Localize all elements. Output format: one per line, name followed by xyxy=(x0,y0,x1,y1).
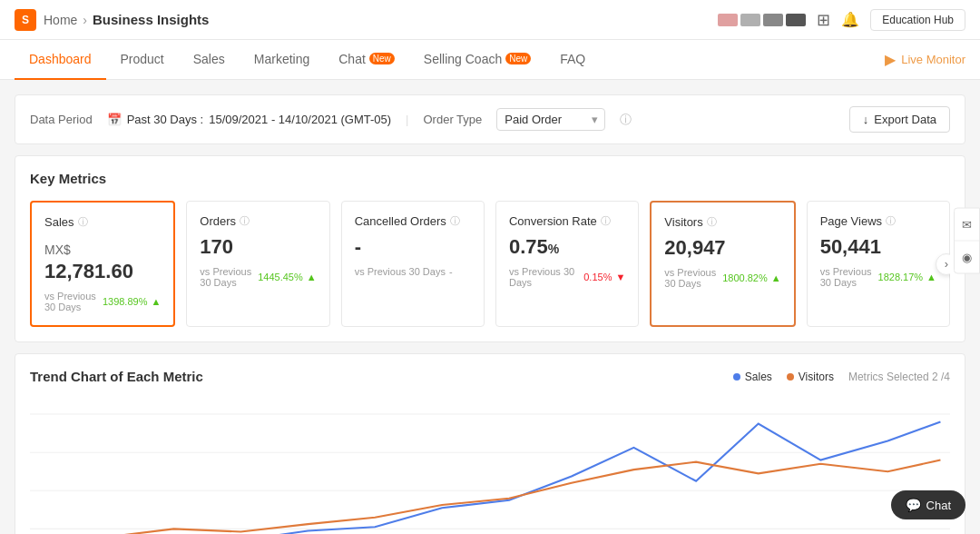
avatar-1 xyxy=(718,14,738,26)
metric-header-orders: Orders ⓘ xyxy=(200,214,316,228)
selling-coach-new-badge: New xyxy=(505,53,531,64)
date-range: 📅 Past 30 Days : 15/09/2021 - 14/10/2021… xyxy=(107,113,391,126)
visitors-up-icon: ▲ xyxy=(771,272,781,283)
visitors-line xyxy=(49,460,940,534)
metrics-row: Sales ⓘ MX$ 12,781.60 vs Previous 30 Day… xyxy=(30,201,950,327)
order-type-select[interactable]: Paid Order All Orders xyxy=(496,108,605,131)
trend-chart-area: 15 17 19 21 23 25 27 29 1 Oct 3 5 7 9 11 xyxy=(30,395,950,534)
chart-legend: Sales Visitors Metrics Selected 2 /4 xyxy=(733,371,950,383)
education-hub-button[interactable]: Education Hub xyxy=(870,9,965,31)
legend-sales: Sales xyxy=(733,371,772,383)
filter-bar: Data Period 📅 Past 30 Days : 15/09/2021 … xyxy=(15,94,965,144)
notification-bell-icon[interactable]: 🔔 xyxy=(841,11,859,28)
visitors-help-icon[interactable]: ⓘ xyxy=(707,215,717,229)
grid-icon[interactable]: ⊞ xyxy=(817,10,830,30)
cancelled-help-icon[interactable]: ⓘ xyxy=(450,214,460,228)
shopee-logo: S xyxy=(15,9,36,31)
metrics-selected-label: Metrics Selected 2 /4 xyxy=(848,371,950,383)
pageviews-up-icon: ▲ xyxy=(926,272,936,282)
key-metrics-title: Key Metrics xyxy=(30,171,950,186)
visitors-value: 20,947 xyxy=(664,236,780,260)
chat-bubble-button[interactable]: 💬 Chat xyxy=(891,490,965,519)
cancelled-value: - xyxy=(355,235,471,259)
metric-card-pageviews: Page Views ⓘ 50,441 vs Previous 30 Days … xyxy=(807,201,950,327)
tab-product[interactable]: Product xyxy=(106,40,179,80)
tab-faq[interactable]: FAQ xyxy=(545,40,600,80)
calendar-icon: 📅 xyxy=(107,113,122,126)
tab-marketing[interactable]: Marketing xyxy=(240,40,324,80)
trend-chart-section: Trend Chart of Each Metric Sales Visitor… xyxy=(15,353,965,534)
pageviews-vs: vs Previous 30 Days 1828.17% ▲ xyxy=(820,266,936,288)
chat-bubble-icon: 💬 xyxy=(906,498,921,512)
cancelled-vs: vs Previous 30 Days - xyxy=(355,266,471,277)
chat-new-badge: New xyxy=(369,53,395,64)
avatar-2 xyxy=(740,14,760,26)
metric-header-conversion: Conversion Rate ⓘ xyxy=(509,214,625,228)
header-left: S Home › Business Insights xyxy=(15,9,209,31)
live-monitor-button[interactable]: ▶ Live Monitor xyxy=(885,51,965,68)
live-monitor-icon: ▶ xyxy=(885,51,896,68)
header: S Home › Business Insights ⊞ 🔔 Education… xyxy=(0,0,980,40)
tab-sales[interactable]: Sales xyxy=(179,40,240,80)
sales-help-icon[interactable]: ⓘ xyxy=(78,215,88,229)
metric-header-cancelled: Cancelled Orders ⓘ xyxy=(355,214,471,228)
breadcrumb: Home › Business Insights xyxy=(44,12,209,27)
main-content: Data Period 📅 Past 30 Days : 15/09/2021 … xyxy=(0,80,980,534)
conversion-vs: vs Previous 30 Days 0.15% ▼ xyxy=(509,266,625,288)
metric-card-sales: Sales ⓘ MX$ 12,781.60 vs Previous 30 Day… xyxy=(30,201,175,327)
metric-header-visitors: Visitors ⓘ xyxy=(664,215,780,229)
date-range-prefix: Past 30 Days : xyxy=(127,113,204,126)
metric-header-sales: Sales ⓘ xyxy=(44,215,161,229)
tab-dashboard[interactable]: Dashboard xyxy=(15,40,106,80)
order-type-help-icon[interactable]: ⓘ xyxy=(620,112,632,128)
avatar-3 xyxy=(763,14,783,26)
pageviews-value: 50,441 xyxy=(820,235,936,259)
sales-line xyxy=(49,421,940,534)
orders-value: 170 xyxy=(200,235,316,259)
breadcrumb-home[interactable]: Home xyxy=(44,13,77,27)
pageviews-help-icon[interactable]: ⓘ xyxy=(886,214,896,228)
user-circle-icon: ◉ xyxy=(962,250,972,263)
filter-separator: | xyxy=(406,113,408,126)
data-period-label: Data Period xyxy=(30,113,93,126)
date-range-value[interactable]: 15/09/2021 - 14/10/2021 (GMT-05) xyxy=(209,113,391,126)
sidebar-actions: ✉ ◉ xyxy=(954,207,980,273)
order-type-label: Order Type xyxy=(424,113,483,126)
metric-card-visitors: Visitors ⓘ 20,947 vs Previous 30 Days 18… xyxy=(650,201,795,327)
breadcrumb-separator: › xyxy=(83,13,87,27)
conversion-help-icon[interactable]: ⓘ xyxy=(601,214,611,228)
conversion-value: 0.75% xyxy=(509,235,625,259)
page-title: Business Insights xyxy=(93,12,209,27)
sidebar-user-button[interactable]: ◉ xyxy=(955,241,979,272)
order-type-select-wrap: Paid Order All Orders ▾ xyxy=(496,108,605,131)
tab-selling-coach[interactable]: Selling Coach New xyxy=(409,40,545,80)
metric-card-conversion: Conversion Rate ⓘ 0.75% vs Previous 30 D… xyxy=(495,201,639,327)
export-icon: ↓ xyxy=(863,113,869,126)
trend-chart-svg: 15 17 19 21 23 25 27 29 1 Oct 3 5 7 9 11 xyxy=(30,395,950,534)
metric-card-orders: Orders ⓘ 170 vs Previous 30 Days 1445.45… xyxy=(186,201,329,327)
nav-tabs: Dashboard Product Sales Marketing Chat N… xyxy=(0,40,980,80)
export-data-button[interactable]: ↓ Export Data xyxy=(849,106,950,133)
metric-header-pageviews: Page Views ⓘ xyxy=(820,214,936,228)
tab-chat[interactable]: Chat New xyxy=(324,40,409,80)
key-metrics-section: Key Metrics Sales ⓘ MX$ 12,781.60 vs Pre… xyxy=(15,155,965,342)
legend-sales-dot xyxy=(733,373,740,381)
orders-help-icon[interactable]: ⓘ xyxy=(240,214,250,228)
sidebar-message-button[interactable]: ✉ xyxy=(955,208,979,241)
conversion-down-icon: ▼ xyxy=(615,272,625,282)
trend-header: Trend Chart of Each Metric Sales Visitor… xyxy=(30,369,950,384)
message-icon: ✉ xyxy=(962,217,972,231)
sales-value: MX$ 12,781.60 xyxy=(44,236,161,283)
orders-up-icon: ▲ xyxy=(307,272,317,282)
metric-card-cancelled: Cancelled Orders ⓘ - vs Previous 30 Days… xyxy=(341,201,485,327)
legend-visitors-dot xyxy=(787,373,794,381)
legend-visitors: Visitors xyxy=(787,371,834,383)
trend-chart-title: Trend Chart of Each Metric xyxy=(30,369,203,384)
tabs-list: Dashboard Product Sales Marketing Chat N… xyxy=(15,40,600,80)
avatar-group xyxy=(718,14,806,26)
avatar-4 xyxy=(786,14,806,26)
visitors-vs: vs Previous 30 Days 1800.82% ▲ xyxy=(664,267,780,289)
orders-vs: vs Previous 30 Days 1445.45% ▲ xyxy=(200,266,316,288)
sales-vs: vs Previous 30 Days 1398.89% ▲ xyxy=(44,291,161,312)
header-right: ⊞ 🔔 Education Hub xyxy=(718,9,965,31)
